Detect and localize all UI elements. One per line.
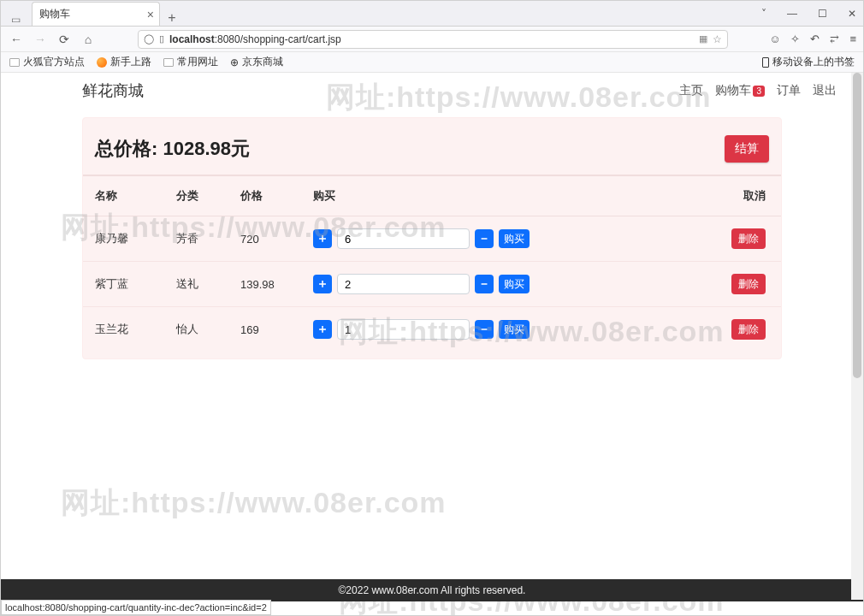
shield-icon: ◯ (144, 33, 154, 44)
reload-button[interactable]: ⟳ (56, 33, 73, 46)
qty-input[interactable] (337, 228, 470, 249)
nav-cart[interactable]: 购物车3 (715, 83, 765, 98)
cell-category: 送礼 (164, 262, 228, 307)
browser-status-bar: localhost:8080/shopping-cart/quantity-in… (1, 600, 271, 615)
cell-price: 139.98 (228, 262, 301, 307)
site-brand[interactable]: 鲜花商城 (82, 80, 144, 101)
delete-button[interactable]: 删除 (731, 274, 766, 294)
checkout-button[interactable]: 结算 (725, 135, 769, 163)
cell-price: 720 (228, 216, 301, 262)
bookmark-item[interactable]: ⊕京东商城 (230, 55, 283, 69)
qty-increase-button[interactable]: ＋ (313, 275, 332, 293)
tab-title: 购物车 (39, 7, 70, 21)
firefox-icon (97, 57, 107, 68)
url-text: localhost:8080/shopping-cart/cart.jsp (169, 33, 341, 45)
undo-icon[interactable]: ↶ (810, 33, 820, 45)
back-button[interactable]: ← (8, 33, 25, 46)
table-row: 康乃馨芳香720＋－购买删除 (83, 216, 781, 262)
qty-increase-button[interactable]: ＋ (313, 229, 332, 248)
th-name: 名称 (83, 175, 164, 216)
th-price: 价格 (228, 175, 301, 216)
window-minimize-icon[interactable]: — (787, 8, 797, 20)
th-buy: 购买 (301, 175, 713, 216)
vertical-scrollbar[interactable] (851, 73, 863, 600)
forward-button[interactable]: → (32, 33, 49, 46)
bookmark-item[interactable]: 火狐官方站点 (9, 55, 85, 69)
bookmark-item[interactable]: 常用网址 (163, 55, 218, 69)
buy-button[interactable]: 购买 (499, 229, 530, 248)
nav-logout[interactable]: 退出 (813, 83, 837, 98)
extensions-icon[interactable]: ✧ (790, 33, 800, 45)
bookmark-item[interactable]: 新手上路 (97, 55, 151, 69)
chevron-down-icon[interactable]: ˅ (761, 8, 766, 20)
qr-icon[interactable]: ▦ (699, 33, 707, 44)
site-footer: ©2022 www.08er.com All rights reserved. (1, 579, 863, 601)
qty-decrease-button[interactable]: － (475, 275, 494, 293)
browser-toolbar: ← → ⟳ ⌂ ◯ ▯ localhost:8080/shopping-cart… (1, 27, 863, 52)
window-close-icon[interactable]: ✕ (848, 8, 856, 20)
bookmarks-bar: 火狐官方站点 新手上路 常用网址 ⊕京东商城 移动设备上的书签 (1, 52, 863, 73)
cell-price: 169 (228, 307, 301, 352)
site-navbar: 鲜花商城 主页 购物车3 订单 退出 (1, 73, 863, 109)
nav-orders[interactable]: 订单 (777, 83, 801, 98)
th-cancel: 取消 (713, 175, 781, 216)
cell-name: 玉兰花 (83, 307, 164, 352)
delete-button[interactable]: 删除 (731, 228, 766, 249)
nav-home[interactable]: 主页 (679, 83, 703, 98)
delete-button[interactable]: 删除 (731, 319, 766, 340)
cart-table: 名称 分类 价格 购买 取消 康乃馨芳香720＋－购买删除紫丁蓝送礼139.98… (83, 175, 781, 352)
qty-increase-button[interactable]: ＋ (313, 320, 332, 339)
qty-decrease-button[interactable]: － (475, 320, 494, 339)
pocket-icon[interactable]: ⥂ (830, 33, 839, 45)
new-tab-button[interactable]: + (160, 10, 184, 26)
qty-decrease-button[interactable]: － (475, 229, 494, 248)
mobile-bookmarks[interactable]: 移动设备上的书签 (762, 55, 855, 69)
folder-icon (163, 58, 174, 67)
browser-tab-bar: ▭ 购物车 × + ˅ — ☐ ✕ (1, 1, 863, 27)
table-row: 玉兰花怡人169＋－购买删除 (83, 307, 781, 352)
th-category: 分类 (164, 175, 228, 216)
cart-card: 总价格: 1028.98元 结算 名称 分类 价格 购买 取消 康乃馨芳香720… (82, 117, 782, 359)
qty-input[interactable] (337, 274, 470, 294)
buy-button[interactable]: 购买 (499, 275, 530, 293)
page-viewport: 网址:https://www.08er.com 网址:https://www.0… (1, 73, 863, 615)
window-maximize-icon[interactable]: ☐ (818, 8, 827, 20)
browser-tab[interactable]: 购物车 × (32, 2, 160, 26)
bookmark-star-icon[interactable]: ☆ (713, 33, 722, 45)
menu-icon[interactable]: ≡ (849, 33, 856, 45)
close-icon[interactable]: × (147, 8, 154, 21)
account-icon[interactable]: ☺ (769, 33, 780, 45)
cell-category: 怡人 (164, 307, 228, 352)
total-price: 总价格: 1028.98元 (95, 136, 250, 162)
phone-icon (762, 57, 769, 68)
lock-icon: ▯ (159, 33, 164, 44)
home-button[interactable]: ⌂ (80, 33, 97, 46)
address-bar[interactable]: ◯ ▯ localhost:8080/shopping-cart/cart.js… (138, 30, 728, 49)
folder-icon (9, 58, 20, 67)
table-row: 紫丁蓝送礼139.98＋－购买删除 (83, 262, 781, 307)
cell-name: 康乃馨 (83, 216, 164, 262)
qty-input[interactable] (337, 319, 470, 340)
cell-name: 紫丁蓝 (83, 262, 164, 307)
watermark: 网址:https://www.08er.com (61, 483, 447, 523)
cell-category: 芳香 (164, 216, 228, 262)
tab-list-icon[interactable]: ▭ (1, 14, 30, 26)
buy-button[interactable]: 购买 (499, 320, 530, 339)
globe-icon: ⊕ (230, 56, 239, 68)
cart-badge: 3 (753, 86, 765, 97)
